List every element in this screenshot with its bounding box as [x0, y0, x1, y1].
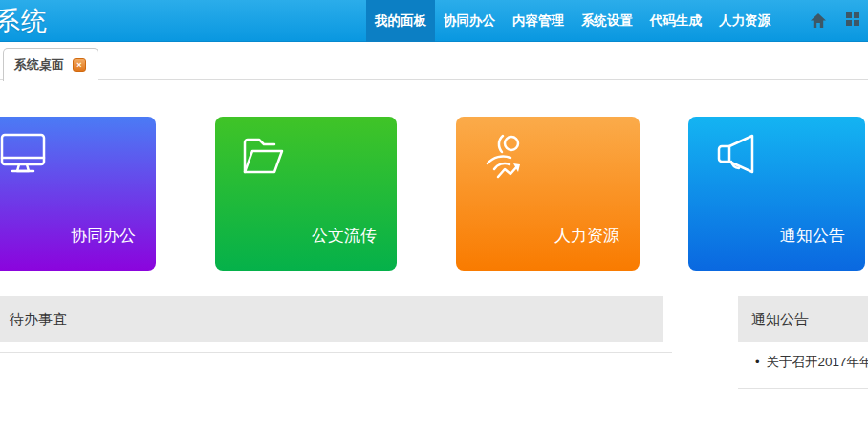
panel-title: 通知公告	[751, 311, 809, 329]
megaphone-icon	[714, 133, 760, 177]
tile-collaboration[interactable]: 协同办公	[0, 117, 156, 271]
panel-todo-header: 待办事宜	[0, 296, 663, 342]
panel-notice-header: 通知公告	[738, 296, 868, 342]
tile-notice[interactable]: 通知公告	[688, 117, 865, 271]
home-icon[interactable]	[810, 12, 827, 29]
tile-label: 人力资源	[554, 225, 619, 247]
panel-title: 待办事宜	[10, 311, 67, 329]
tab-label: 系统桌面	[14, 56, 64, 74]
nav-item-content-mgmt[interactable]: 内容管理	[504, 0, 573, 42]
tab-system-desktop[interactable]: 系统桌面 ×	[3, 48, 98, 81]
running-person-icon	[482, 133, 528, 181]
header-bar: 系统 我的面板 协同办公 内容管理 系统设置 代码生成 人力资源	[0, 0, 868, 42]
desktop-screen: 系统 我的面板 协同办公 内容管理 系统设置 代码生成 人力资源 系统	[0, 0, 868, 434]
notice-list-item[interactable]: • 关于召开2017年年	[755, 354, 868, 370]
bullet-icon: •	[755, 354, 760, 370]
tile-hr[interactable]: 人力资源	[456, 117, 640, 271]
nav-item-hr[interactable]: 人力资源	[710, 0, 779, 42]
panel-notice-divider	[738, 388, 868, 389]
panel-todo-divider	[0, 352, 672, 353]
nav-item-system-settings[interactable]: 系统设置	[573, 0, 641, 42]
grid-icon[interactable]	[846, 12, 859, 26]
tile-label: 公文流传	[312, 225, 377, 247]
tab-bar-divider	[0, 79, 868, 80]
nav-item-my-dashboard[interactable]: 我的面板	[366, 0, 435, 42]
tile-label: 协同办公	[71, 225, 136, 247]
tile-label: 通知公告	[780, 225, 845, 247]
main-nav: 我的面板 协同办公 内容管理 系统设置 代码生成 人力资源	[366, 0, 779, 42]
tab-bar: 系统桌面 ×	[0, 42, 868, 80]
nav-item-collaboration[interactable]: 协同办公	[435, 0, 504, 42]
notice-item-text: 关于召开2017年年	[767, 354, 868, 370]
nav-item-code-gen[interactable]: 代码生成	[641, 0, 710, 42]
open-folder-icon	[241, 133, 287, 179]
monitor-icon	[0, 133, 46, 177]
tile-document-flow[interactable]: 公文流传	[215, 117, 397, 271]
app-logo: 系统	[0, 4, 48, 38]
tab-close-icon[interactable]: ×	[73, 58, 86, 72]
